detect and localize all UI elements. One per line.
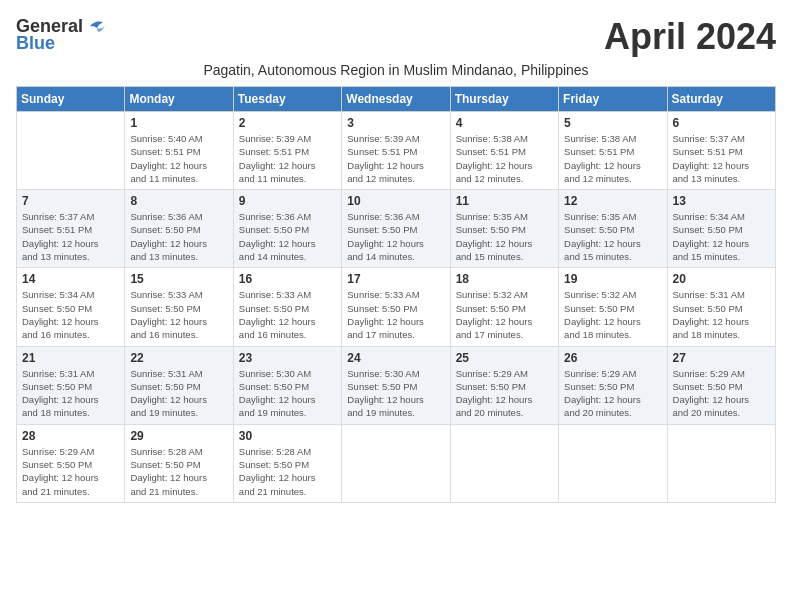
day-info: Sunrise: 5:40 AMSunset: 5:51 PMDaylight:… bbox=[130, 132, 227, 185]
calendar-cell: 23Sunrise: 5:30 AMSunset: 5:50 PMDayligh… bbox=[233, 346, 341, 424]
calendar-cell: 17Sunrise: 5:33 AMSunset: 5:50 PMDayligh… bbox=[342, 268, 450, 346]
calendar-cell: 22Sunrise: 5:31 AMSunset: 5:50 PMDayligh… bbox=[125, 346, 233, 424]
day-number: 8 bbox=[130, 194, 227, 208]
calendar-cell: 29Sunrise: 5:28 AMSunset: 5:50 PMDayligh… bbox=[125, 424, 233, 502]
calendar-cell: 12Sunrise: 5:35 AMSunset: 5:50 PMDayligh… bbox=[559, 190, 667, 268]
calendar-cell: 9Sunrise: 5:36 AMSunset: 5:50 PMDaylight… bbox=[233, 190, 341, 268]
calendar-cell: 11Sunrise: 5:35 AMSunset: 5:50 PMDayligh… bbox=[450, 190, 558, 268]
header-thursday: Thursday bbox=[450, 87, 558, 112]
calendar-week-row: 14Sunrise: 5:34 AMSunset: 5:50 PMDayligh… bbox=[17, 268, 776, 346]
calendar-cell: 28Sunrise: 5:29 AMSunset: 5:50 PMDayligh… bbox=[17, 424, 125, 502]
calendar-cell: 27Sunrise: 5:29 AMSunset: 5:50 PMDayligh… bbox=[667, 346, 775, 424]
header-monday: Monday bbox=[125, 87, 233, 112]
calendar-cell: 30Sunrise: 5:28 AMSunset: 5:50 PMDayligh… bbox=[233, 424, 341, 502]
day-number: 30 bbox=[239, 429, 336, 443]
calendar-cell: 10Sunrise: 5:36 AMSunset: 5:50 PMDayligh… bbox=[342, 190, 450, 268]
calendar-week-row: 7Sunrise: 5:37 AMSunset: 5:51 PMDaylight… bbox=[17, 190, 776, 268]
calendar-cell: 5Sunrise: 5:38 AMSunset: 5:51 PMDaylight… bbox=[559, 112, 667, 190]
day-number: 15 bbox=[130, 272, 227, 286]
day-info: Sunrise: 5:36 AMSunset: 5:50 PMDaylight:… bbox=[239, 210, 336, 263]
calendar-cell: 21Sunrise: 5:31 AMSunset: 5:50 PMDayligh… bbox=[17, 346, 125, 424]
header-saturday: Saturday bbox=[667, 87, 775, 112]
calendar-week-row: 1Sunrise: 5:40 AMSunset: 5:51 PMDaylight… bbox=[17, 112, 776, 190]
day-info: Sunrise: 5:37 AMSunset: 5:51 PMDaylight:… bbox=[22, 210, 119, 263]
calendar-cell bbox=[450, 424, 558, 502]
day-info: Sunrise: 5:34 AMSunset: 5:50 PMDaylight:… bbox=[22, 288, 119, 341]
calendar-cell: 26Sunrise: 5:29 AMSunset: 5:50 PMDayligh… bbox=[559, 346, 667, 424]
day-info: Sunrise: 5:28 AMSunset: 5:50 PMDaylight:… bbox=[239, 445, 336, 498]
day-info: Sunrise: 5:29 AMSunset: 5:50 PMDaylight:… bbox=[456, 367, 553, 420]
calendar-cell: 20Sunrise: 5:31 AMSunset: 5:50 PMDayligh… bbox=[667, 268, 775, 346]
day-number: 14 bbox=[22, 272, 119, 286]
calendar-cell: 16Sunrise: 5:33 AMSunset: 5:50 PMDayligh… bbox=[233, 268, 341, 346]
calendar-cell: 19Sunrise: 5:32 AMSunset: 5:50 PMDayligh… bbox=[559, 268, 667, 346]
day-info: Sunrise: 5:33 AMSunset: 5:50 PMDaylight:… bbox=[347, 288, 444, 341]
day-info: Sunrise: 5:35 AMSunset: 5:50 PMDaylight:… bbox=[456, 210, 553, 263]
day-info: Sunrise: 5:31 AMSunset: 5:50 PMDaylight:… bbox=[130, 367, 227, 420]
day-info: Sunrise: 5:29 AMSunset: 5:50 PMDaylight:… bbox=[673, 367, 770, 420]
calendar-cell: 2Sunrise: 5:39 AMSunset: 5:51 PMDaylight… bbox=[233, 112, 341, 190]
day-info: Sunrise: 5:33 AMSunset: 5:50 PMDaylight:… bbox=[239, 288, 336, 341]
day-info: Sunrise: 5:39 AMSunset: 5:51 PMDaylight:… bbox=[347, 132, 444, 185]
calendar-cell: 7Sunrise: 5:37 AMSunset: 5:51 PMDaylight… bbox=[17, 190, 125, 268]
calendar-cell bbox=[559, 424, 667, 502]
day-number: 5 bbox=[564, 116, 661, 130]
day-info: Sunrise: 5:33 AMSunset: 5:50 PMDaylight:… bbox=[130, 288, 227, 341]
calendar-cell: 25Sunrise: 5:29 AMSunset: 5:50 PMDayligh… bbox=[450, 346, 558, 424]
day-number: 25 bbox=[456, 351, 553, 365]
calendar-cell bbox=[342, 424, 450, 502]
calendar-cell: 13Sunrise: 5:34 AMSunset: 5:50 PMDayligh… bbox=[667, 190, 775, 268]
day-number: 23 bbox=[239, 351, 336, 365]
day-number: 20 bbox=[673, 272, 770, 286]
day-number: 10 bbox=[347, 194, 444, 208]
day-number: 18 bbox=[456, 272, 553, 286]
page-header: General Blue April 2024 bbox=[16, 16, 776, 58]
day-info: Sunrise: 5:36 AMSunset: 5:50 PMDaylight:… bbox=[347, 210, 444, 263]
day-number: 11 bbox=[456, 194, 553, 208]
calendar-subtitle: Pagatin, Autonomous Region in Muslim Min… bbox=[16, 62, 776, 78]
day-info: Sunrise: 5:32 AMSunset: 5:50 PMDaylight:… bbox=[564, 288, 661, 341]
day-number: 3 bbox=[347, 116, 444, 130]
logo-bird-icon bbox=[85, 18, 107, 36]
day-number: 2 bbox=[239, 116, 336, 130]
logo: General Blue bbox=[16, 16, 107, 54]
day-number: 16 bbox=[239, 272, 336, 286]
day-info: Sunrise: 5:36 AMSunset: 5:50 PMDaylight:… bbox=[130, 210, 227, 263]
day-number: 19 bbox=[564, 272, 661, 286]
header-tuesday: Tuesday bbox=[233, 87, 341, 112]
header-wednesday: Wednesday bbox=[342, 87, 450, 112]
day-number: 9 bbox=[239, 194, 336, 208]
day-number: 13 bbox=[673, 194, 770, 208]
calendar-cell bbox=[17, 112, 125, 190]
calendar-cell: 1Sunrise: 5:40 AMSunset: 5:51 PMDaylight… bbox=[125, 112, 233, 190]
calendar-cell bbox=[667, 424, 775, 502]
day-info: Sunrise: 5:32 AMSunset: 5:50 PMDaylight:… bbox=[456, 288, 553, 341]
day-info: Sunrise: 5:38 AMSunset: 5:51 PMDaylight:… bbox=[564, 132, 661, 185]
calendar-header-row: SundayMondayTuesdayWednesdayThursdayFrid… bbox=[17, 87, 776, 112]
day-info: Sunrise: 5:29 AMSunset: 5:50 PMDaylight:… bbox=[564, 367, 661, 420]
day-info: Sunrise: 5:31 AMSunset: 5:50 PMDaylight:… bbox=[673, 288, 770, 341]
day-info: Sunrise: 5:34 AMSunset: 5:50 PMDaylight:… bbox=[673, 210, 770, 263]
day-number: 24 bbox=[347, 351, 444, 365]
header-friday: Friday bbox=[559, 87, 667, 112]
day-info: Sunrise: 5:30 AMSunset: 5:50 PMDaylight:… bbox=[239, 367, 336, 420]
calendar-cell: 4Sunrise: 5:38 AMSunset: 5:51 PMDaylight… bbox=[450, 112, 558, 190]
calendar-cell: 3Sunrise: 5:39 AMSunset: 5:51 PMDaylight… bbox=[342, 112, 450, 190]
calendar-cell: 24Sunrise: 5:30 AMSunset: 5:50 PMDayligh… bbox=[342, 346, 450, 424]
calendar-cell: 6Sunrise: 5:37 AMSunset: 5:51 PMDaylight… bbox=[667, 112, 775, 190]
day-number: 26 bbox=[564, 351, 661, 365]
day-info: Sunrise: 5:37 AMSunset: 5:51 PMDaylight:… bbox=[673, 132, 770, 185]
day-number: 22 bbox=[130, 351, 227, 365]
calendar-table: SundayMondayTuesdayWednesdayThursdayFrid… bbox=[16, 86, 776, 503]
day-number: 4 bbox=[456, 116, 553, 130]
header-sunday: Sunday bbox=[17, 87, 125, 112]
month-title: April 2024 bbox=[604, 16, 776, 58]
day-number: 6 bbox=[673, 116, 770, 130]
day-info: Sunrise: 5:30 AMSunset: 5:50 PMDaylight:… bbox=[347, 367, 444, 420]
day-info: Sunrise: 5:35 AMSunset: 5:50 PMDaylight:… bbox=[564, 210, 661, 263]
logo-blue-text: Blue bbox=[16, 33, 55, 54]
day-number: 12 bbox=[564, 194, 661, 208]
calendar-cell: 8Sunrise: 5:36 AMSunset: 5:50 PMDaylight… bbox=[125, 190, 233, 268]
calendar-week-row: 28Sunrise: 5:29 AMSunset: 5:50 PMDayligh… bbox=[17, 424, 776, 502]
day-number: 27 bbox=[673, 351, 770, 365]
